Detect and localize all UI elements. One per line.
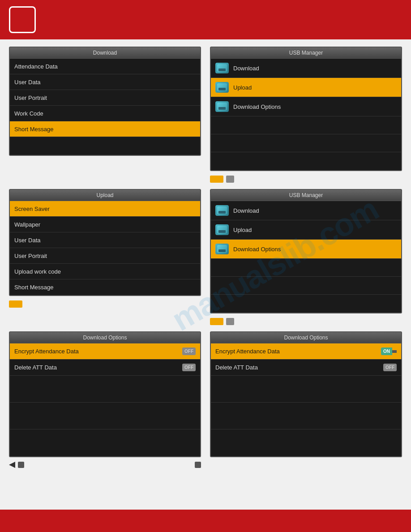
- delete-att-row-left[interactable]: Delete ATT Data OFF: [10, 360, 200, 376]
- nav-row-1: [210, 174, 402, 184]
- encrypt-data-row-left[interactable]: Encrypt Attendance Data OFF: [10, 343, 200, 360]
- empty-row-2: [211, 134, 401, 152]
- logo: [9, 6, 36, 33]
- upload-work-code-item[interactable]: Upload work code: [10, 264, 200, 279]
- upload-icon: [215, 82, 229, 93]
- nav-row-4: [9, 460, 201, 470]
- nav-dot-small-2[interactable]: [195, 462, 201, 468]
- usb-upload-item-2[interactable]: Upload: [211, 220, 401, 240]
- download-options-right-title: Download Options: [211, 332, 401, 343]
- download-options-right-box: Download Options Encrypt Attendance Data…: [210, 331, 402, 457]
- section-row-3: Download Options Encrypt Attendance Data…: [9, 331, 402, 470]
- usb-manager-panel-1: USB Manager Download Upload Download Opt…: [210, 47, 402, 184]
- usb-download-item[interactable]: Download: [211, 59, 401, 78]
- usb-upload-item[interactable]: Upload: [211, 78, 401, 97]
- usb-manager-panel-2-box: USB Manager Download Upload Download Opt…: [210, 189, 402, 313]
- user-data-item[interactable]: User Data: [10, 232, 200, 248]
- empty-row-6: [211, 295, 401, 313]
- download-panel-box: Download Attendance Data User Data User …: [9, 47, 201, 156]
- toggle-on-label[interactable]: ON: [381, 348, 392, 355]
- wallpaper-item[interactable]: Wallpaper: [10, 217, 200, 232]
- empty-row-9: [10, 429, 200, 456]
- toggle-off-label-2[interactable]: OFF: [182, 364, 196, 371]
- nav-row-2: [9, 299, 201, 309]
- empty-row-7: [10, 376, 200, 403]
- download-panel: Download Attendance Data User Data User …: [9, 47, 201, 184]
- short-message-item[interactable]: Short Message: [10, 279, 200, 295]
- encrypt-data-row-right[interactable]: Encrypt Attendance Data ON: [211, 343, 401, 360]
- empty-row-12: [211, 429, 401, 456]
- nav-dot-3[interactable]: [210, 318, 223, 325]
- section-row-1: Download Attendance Data User Data User …: [9, 47, 402, 184]
- footer: [0, 510, 411, 532]
- empty-row-11: [211, 403, 401, 429]
- delete-toggle-off-2[interactable]: OFF: [383, 364, 397, 371]
- download-options-left-box: Download Options Encrypt Attendance Data…: [9, 331, 201, 457]
- nav-row-3: [210, 316, 402, 327]
- list-item[interactable]: User Portrait: [10, 90, 200, 106]
- delete-toggle-off[interactable]: OFF: [182, 364, 196, 371]
- nav-arrow-left[interactable]: [9, 462, 15, 468]
- header: [0, 0, 411, 39]
- empty-row-10: [211, 376, 401, 403]
- upload-panel: Upload Screen Saver Wallpaper User Data …: [9, 189, 201, 327]
- encrypt-toggle-on[interactable]: ON: [381, 348, 397, 355]
- toggle-off-label-3[interactable]: OFF: [383, 364, 397, 371]
- download-icon-2: [215, 205, 229, 216]
- encrypt-toggle-off[interactable]: OFF: [182, 348, 196, 355]
- empty-row-3: [211, 152, 401, 170]
- screen-saver-item[interactable]: Screen Saver: [10, 201, 200, 217]
- delete-att-row-right[interactable]: Delete ATT Data OFF: [211, 360, 401, 376]
- usb-download-options-item-2[interactable]: Download Options: [211, 240, 401, 259]
- list-item[interactable]: User Data: [10, 74, 200, 90]
- main-content: manualslib.com Download Attendance Data …: [0, 39, 411, 481]
- list-item[interactable]: Work Code: [10, 106, 200, 121]
- nav-dot-small-1[interactable]: [18, 462, 24, 468]
- user-portrait-item[interactable]: User Portrait: [10, 248, 200, 264]
- empty-row-5: [211, 277, 401, 295]
- usb-manager-panel-2: USB Manager Download Upload Download Opt…: [210, 189, 402, 327]
- toggle-off-side[interactable]: [392, 350, 397, 353]
- upload-icon-2: [215, 224, 229, 235]
- section-row-2: Upload Screen Saver Wallpaper User Data …: [9, 189, 402, 327]
- download-options-right: Download Options Encrypt Attendance Data…: [210, 331, 402, 470]
- empty-row-4: [211, 259, 401, 277]
- download-panel-title: Download: [10, 47, 200, 59]
- empty-row-8: [10, 403, 200, 429]
- nav-dot-2[interactable]: [9, 300, 22, 308]
- options-icon: [215, 101, 229, 112]
- usb-download-options-item[interactable]: Download Options: [211, 97, 401, 116]
- options-icon-2: [215, 244, 229, 254]
- usb-download-item-2[interactable]: Download: [211, 201, 401, 220]
- list-item-empty: [10, 137, 200, 155]
- upload-panel-title: Upload: [10, 190, 200, 201]
- list-item-selected[interactable]: Short Message: [10, 121, 200, 137]
- download-icon: [215, 63, 229, 73]
- usb-manager-panel-2-title: USB Manager: [211, 190, 401, 201]
- nav-dot-active[interactable]: [210, 176, 223, 183]
- upload-panel-box: Upload Screen Saver Wallpaper User Data …: [9, 189, 201, 296]
- nav-dot-4[interactable]: [226, 318, 234, 325]
- download-options-left-title: Download Options: [10, 332, 200, 343]
- empty-row: [211, 116, 401, 134]
- list-item[interactable]: Attendance Data: [10, 59, 200, 74]
- usb-manager-panel-1-box: USB Manager Download Upload Download Opt…: [210, 47, 402, 171]
- nav-dot-inactive[interactable]: [226, 176, 234, 183]
- usb-manager-panel-1-title: USB Manager: [211, 47, 401, 59]
- toggle-off-label[interactable]: OFF: [182, 348, 196, 355]
- download-options-left: Download Options Encrypt Attendance Data…: [9, 331, 201, 470]
